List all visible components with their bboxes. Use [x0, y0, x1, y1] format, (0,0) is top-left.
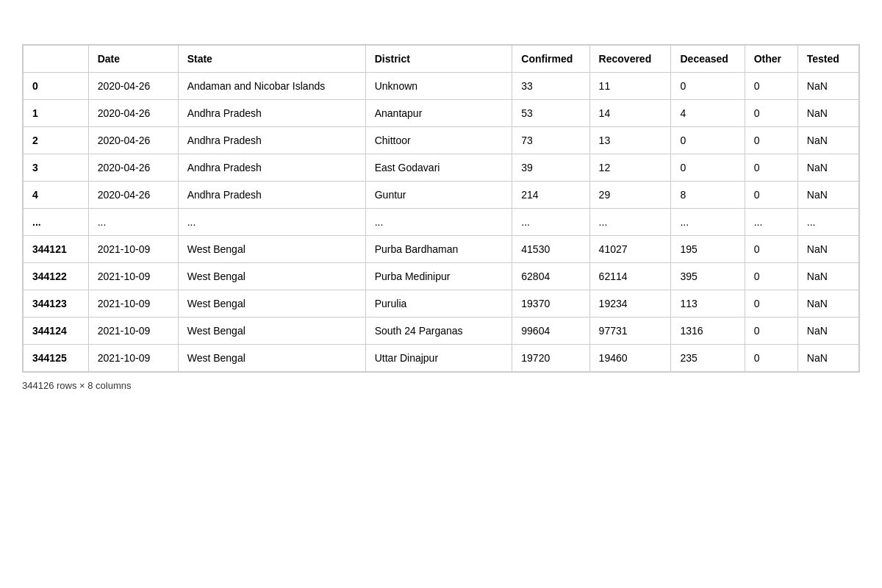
table-cell: NaN: [797, 182, 858, 209]
table-cell: 4: [24, 182, 89, 209]
header-district: District: [365, 46, 512, 73]
table-cell: 235: [671, 345, 745, 372]
table-cell: 62114: [589, 263, 671, 290]
table-cell: 39: [512, 154, 589, 182]
table-cell: 2021-10-09: [88, 236, 178, 263]
table-cell: West Bengal: [178, 236, 365, 263]
header-index: [24, 46, 89, 73]
table-cell: 344125: [24, 345, 89, 372]
table-cell: West Bengal: [178, 345, 365, 372]
table-cell: 19460: [589, 345, 671, 372]
table-cell: 0: [745, 127, 797, 154]
table-cell: 0: [745, 73, 797, 100]
table-cell: 41530: [512, 236, 589, 263]
table-cell: 73: [512, 127, 589, 154]
table-cell: Purba Medinipur: [365, 263, 512, 290]
table-cell: Andhra Pradesh: [178, 154, 365, 182]
table-cell: Purulia: [365, 290, 512, 318]
table-cell: ...: [178, 209, 365, 236]
header-deceased: Deceased: [671, 46, 745, 73]
table-cell: 2020-04-26: [88, 73, 178, 100]
table-cell: NaN: [797, 100, 858, 127]
table-cell: NaN: [797, 345, 858, 372]
table-cell: 0: [24, 73, 89, 100]
table-cell: ...: [24, 209, 89, 236]
table-cell: 97731: [589, 318, 671, 345]
table-cell: 344124: [24, 318, 89, 345]
table-cell: South 24 Parganas: [365, 318, 512, 345]
table-cell: 0: [745, 345, 797, 372]
table-cell: 33: [512, 73, 589, 100]
table-cell: Anantapur: [365, 100, 512, 127]
table-cell: 1: [24, 100, 89, 127]
table-cell: 344122: [24, 263, 89, 290]
table-cell: ...: [589, 209, 671, 236]
table-cell: 1316: [671, 318, 745, 345]
header-other: Other: [745, 46, 797, 73]
table-cell: West Bengal: [178, 263, 365, 290]
table-row: 42020-04-26Andhra PradeshGuntur2142980Na…: [24, 182, 859, 209]
table-cell: Uttar Dinajpur: [365, 345, 512, 372]
table-cell: 8: [671, 182, 745, 209]
table-cell: 99604: [512, 318, 589, 345]
table-row: ...........................: [24, 209, 859, 236]
table-cell: 0: [745, 318, 797, 345]
table-row: 3441242021-10-09West BengalSouth 24 Parg…: [24, 318, 859, 345]
table-cell: 53: [512, 100, 589, 127]
table-cell: Chittoor: [365, 127, 512, 154]
table-cell: 12: [589, 154, 671, 182]
table-cell: East Godavari: [365, 154, 512, 182]
table-cell: 395: [671, 263, 745, 290]
table-row: 3441222021-10-09West BengalPurba Medinip…: [24, 263, 859, 290]
table-cell: ...: [671, 209, 745, 236]
table-cell: 2020-04-26: [88, 154, 178, 182]
table-cell: 2020-04-26: [88, 100, 178, 127]
header-date: Date: [88, 46, 178, 73]
table-cell: West Bengal: [178, 318, 365, 345]
table-cell: West Bengal: [178, 290, 365, 318]
table-cell: 0: [671, 73, 745, 100]
table-row: 22020-04-26Andhra PradeshChittoor731300N…: [24, 127, 859, 154]
table-cell: 0: [671, 127, 745, 154]
header-confirmed: Confirmed: [512, 46, 589, 73]
table-cell: Andhra Pradesh: [178, 182, 365, 209]
table-cell: 2021-10-09: [88, 290, 178, 318]
table-cell: 14: [589, 100, 671, 127]
table-cell: NaN: [797, 263, 858, 290]
table-cell: 0: [745, 100, 797, 127]
table-cell: 0: [745, 263, 797, 290]
header-recovered: Recovered: [589, 46, 671, 73]
table-row: 3441252021-10-09West BengalUttar Dinajpu…: [24, 345, 859, 372]
table-cell: ...: [797, 209, 858, 236]
table-cell: 0: [671, 154, 745, 182]
table-cell: 19370: [512, 290, 589, 318]
table-cell: 4: [671, 100, 745, 127]
table-cell: 344123: [24, 290, 89, 318]
table-cell: NaN: [797, 290, 858, 318]
table-cell: Unknown: [365, 73, 512, 100]
table-cell: 19234: [589, 290, 671, 318]
table-cell: Guntur: [365, 182, 512, 209]
table-row: 3441232021-10-09West BengalPurulia193701…: [24, 290, 859, 318]
table-cell: 214: [512, 182, 589, 209]
table-cell: ...: [512, 209, 589, 236]
table-cell: Andaman and Nicobar Islands: [178, 73, 365, 100]
table-cell: Andhra Pradesh: [178, 127, 365, 154]
table-cell: ...: [745, 209, 797, 236]
table-cell: 2: [24, 127, 89, 154]
table-cell: 2020-04-26: [88, 182, 178, 209]
table-row: 3441212021-10-09West BengalPurba Bardham…: [24, 236, 859, 263]
table-cell: 0: [745, 182, 797, 209]
table-cell: NaN: [797, 318, 858, 345]
table-cell: NaN: [797, 236, 858, 263]
table-cell: Andhra Pradesh: [178, 100, 365, 127]
table-cell: 0: [745, 290, 797, 318]
table-cell: 113: [671, 290, 745, 318]
table-cell: 2021-10-09: [88, 345, 178, 372]
table-header-row: Date State District Confirmed Recovered …: [24, 46, 859, 73]
table-row: 12020-04-26Andhra PradeshAnantapur531440…: [24, 100, 859, 127]
table-cell: 0: [745, 154, 797, 182]
header-tested: Tested: [797, 46, 858, 73]
row-count-label: 344126 rows × 8 columns: [22, 380, 132, 391]
table-cell: 41027: [589, 236, 671, 263]
